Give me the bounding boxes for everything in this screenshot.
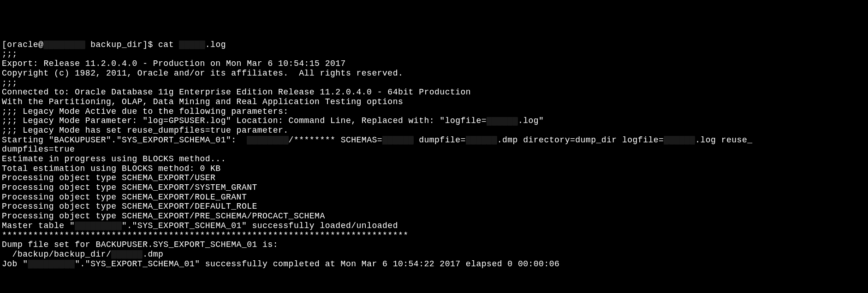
log-line: ;;;	[2, 78, 866, 88]
log-line: Processing object type SCHEMA_EXPORT/SYS…	[2, 183, 866, 193]
log-line: Copyright (c) 1982, 2011, Oracle and/or …	[2, 69, 866, 78]
value-redacted: ██████	[487, 117, 518, 125]
log-text: .dmp directory=dump_dir logfile=	[497, 135, 664, 145]
log-line: Dump file set for BACKUPUSER.SYS_EXPORT_…	[2, 240, 866, 250]
log-text: .dmp	[143, 250, 163, 259]
log-line: /backup/backup_dir/██████.dmp	[2, 250, 866, 259]
log-line: Export: Release 11.2.0.4.0 - Production …	[2, 59, 866, 69]
log-text: Job "	[2, 259, 28, 269]
log-line: dumpfiles=true	[2, 145, 866, 154]
log-line: ;;; Legacy Mode Parameter: "log=GPSUSER.…	[2, 116, 866, 126]
log-text: Master table "	[2, 221, 75, 230]
prompt-ext: .log	[205, 40, 226, 49]
log-line: Job "█████████"."SYS_EXPORT_SCHEMA_01" s…	[2, 259, 866, 269]
log-text: .log"	[518, 116, 544, 125]
value-redacted: █████████	[75, 222, 122, 230]
prompt-line: [oracle@████████ backup_dir]$ cat █████.…	[2, 40, 866, 50]
terminal-output: [oracle@████████ backup_dir]$ cat █████.…	[2, 40, 866, 269]
log-line: ;;; Legacy Mode Active due to the follow…	[2, 107, 866, 117]
log-text: Starting "BACKUPUSER"."SYS_EXPORT_SCHEMA…	[2, 135, 247, 145]
log-line: With the Partitioning, OLAP, Data Mining…	[2, 97, 866, 107]
hostname-redacted: ████████	[43, 41, 85, 49]
log-line: Estimate in progress using BLOCKS method…	[2, 154, 866, 164]
value-redacted: █████████	[28, 260, 75, 268]
log-text: /******** SCHEMAS=	[289, 135, 382, 145]
log-text: "."SYS_EXPORT_SCHEMA_01" successfully co…	[75, 259, 559, 269]
log-text: /backup/backup_dir/	[2, 250, 111, 259]
log-line: Processing object type SCHEMA_EXPORT/DEF…	[2, 202, 866, 211]
log-text: ;;; Legacy Mode Parameter: "log=GPSUSER.…	[2, 116, 487, 125]
prompt-suffix: backup_dir]$ cat	[85, 40, 179, 49]
value-redacted: ██████	[664, 136, 695, 144]
log-line: Processing object type SCHEMA_EXPORT/ROL…	[2, 193, 866, 202]
value-redacted: ██████	[382, 136, 414, 144]
value-redacted: ██████	[466, 136, 497, 144]
log-line: Processing object type SCHEMA_EXPORT/PRE…	[2, 211, 866, 221]
value-redacted: ██████	[111, 250, 143, 258]
log-line: Total estimation using BLOCKS method: 0 …	[2, 164, 866, 174]
log-text: "."SYS_EXPORT_SCHEMA_01" successfully lo…	[122, 221, 398, 230]
value-redacted: ████████	[247, 136, 288, 144]
log-line: Starting "BACKUPUSER"."SYS_EXPORT_SCHEMA…	[2, 135, 866, 145]
log-text: .log reuse_	[695, 135, 752, 145]
log-text: dumpfile=	[414, 135, 466, 145]
filename-redacted: █████	[179, 41, 205, 49]
log-line: ;;;	[2, 49, 866, 59]
log-line: Master table "█████████"."SYS_EXPORT_SCH…	[2, 221, 866, 231]
log-line: ;;; Legacy Mode has set reuse_dumpfiles=…	[2, 126, 866, 135]
log-line: ****************************************…	[2, 231, 866, 240]
log-line: Processing object type SCHEMA_EXPORT/USE…	[2, 173, 866, 183]
prompt-prefix: [oracle@	[2, 40, 43, 49]
log-line: Connected to: Oracle Database 11g Enterp…	[2, 88, 866, 97]
